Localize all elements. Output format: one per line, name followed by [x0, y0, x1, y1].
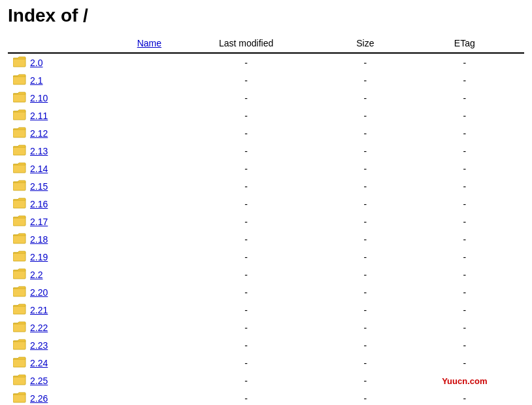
table-row: 2.16 ---: [8, 195, 524, 213]
svg-rect-21: [13, 235, 25, 243]
etag-cell: -: [405, 142, 524, 160]
modified-cell: -: [167, 213, 325, 230]
modified-cell: -: [167, 89, 325, 107]
modified-cell: -: [167, 336, 325, 354]
modified-cell: -: [167, 230, 325, 248]
folder-icon: [13, 179, 26, 193]
dir-link[interactable]: 2.19: [30, 252, 48, 262]
table-row: 2.17 ---: [8, 213, 524, 230]
size-cell: -: [325, 160, 405, 177]
folder-icon: [13, 356, 26, 370]
size-cell: -: [325, 230, 405, 248]
svg-rect-29: [13, 306, 25, 314]
size-cell: -: [325, 177, 405, 195]
svg-rect-19: [13, 217, 25, 226]
dir-link[interactable]: 2.25: [30, 376, 48, 386]
etag-cell: -: [405, 195, 524, 213]
folder-icon: [13, 73, 26, 87]
modified-cell: -: [167, 160, 325, 177]
size-cell: -: [325, 71, 405, 89]
etag-cell: -: [405, 389, 524, 405]
table-row: 2.19 ---: [8, 248, 524, 266]
dir-link[interactable]: 2.16: [30, 199, 48, 209]
table-row: 2.12 ---: [8, 124, 524, 142]
etag-cell: -: [405, 160, 524, 177]
dir-link[interactable]: 2.23: [30, 340, 48, 351]
etag-cell: -: [405, 354, 524, 372]
dir-link[interactable]: 2.17: [30, 217, 48, 227]
dir-link[interactable]: 2.15: [30, 181, 48, 192]
dir-link[interactable]: 2.21: [30, 305, 48, 315]
table-row: 2.10 ---: [8, 89, 524, 107]
dir-link[interactable]: 2.14: [30, 164, 48, 174]
svg-rect-9: [13, 129, 25, 137]
dir-link[interactable]: 2.11: [30, 111, 48, 121]
table-row: 2.26 ---: [8, 389, 524, 405]
modified-cell: -: [167, 124, 325, 142]
svg-rect-1: [13, 58, 25, 67]
table-row: 2.21 ---: [8, 301, 524, 319]
table-row: 2.0 ---: [8, 53, 524, 71]
folder-icon: [13, 232, 26, 246]
folder-icon: [13, 215, 26, 228]
modified-cell: -: [167, 266, 325, 283]
folder-icon: [13, 109, 26, 122]
size-cell: -: [325, 53, 405, 71]
folder-icon: [13, 321, 26, 334]
name-column-header[interactable]: Name: [137, 38, 161, 48]
etag-cell: -: [405, 283, 524, 301]
table-row: 2.14 ---: [8, 160, 524, 177]
table-row: 2.22 ---: [8, 319, 524, 336]
watermark: Yuucn.com: [442, 376, 487, 386]
folder-icon: [13, 162, 26, 175]
dir-link[interactable]: 2.26: [30, 393, 48, 404]
modified-cell: -: [167, 319, 325, 336]
table-row: 2.23 ---: [8, 336, 524, 354]
svg-rect-3: [13, 76, 25, 84]
dir-link[interactable]: 2.20: [30, 287, 48, 298]
size-cell: -: [325, 142, 405, 160]
etag-cell: -: [405, 230, 524, 248]
folder-icon: [13, 338, 26, 352]
folder-icon: [13, 303, 26, 317]
size-cell: -: [325, 107, 405, 124]
svg-rect-25: [13, 270, 25, 279]
dir-link[interactable]: 2.10: [30, 93, 48, 103]
svg-rect-23: [13, 253, 25, 261]
svg-rect-15: [13, 182, 25, 190]
table-row: 2.1 ---: [8, 71, 524, 89]
modified-cell: -: [167, 248, 325, 266]
etag-cell: -: [405, 319, 524, 336]
dir-link[interactable]: 2.24: [30, 358, 48, 368]
svg-rect-37: [13, 376, 25, 385]
folder-icon: [13, 197, 26, 211]
etag-cell: -: [405, 213, 524, 230]
dir-link[interactable]: 2.22: [30, 323, 48, 333]
modified-cell: -: [167, 195, 325, 213]
folder-icon: [13, 56, 26, 69]
svg-rect-35: [13, 359, 25, 367]
etag-cell: -: [405, 301, 524, 319]
etag-cell: -: [405, 53, 524, 71]
dir-link[interactable]: 2.0: [30, 58, 42, 68]
folder-icon: [13, 268, 26, 281]
table-row: 2.11 ---: [8, 107, 524, 124]
table-row: 2.15 ---: [8, 177, 524, 195]
folder-icon: [13, 391, 26, 405]
table-row: 2.18 ---: [8, 230, 524, 248]
modified-cell: -: [167, 177, 325, 195]
dir-link[interactable]: 2.12: [30, 128, 48, 139]
folder-icon: [13, 91, 26, 105]
dir-link[interactable]: 2.13: [30, 146, 48, 156]
modified-cell: -: [167, 53, 325, 71]
modified-cell: -: [167, 389, 325, 405]
svg-rect-39: [13, 394, 25, 402]
svg-rect-7: [13, 111, 25, 120]
dir-link[interactable]: 2.18: [30, 234, 48, 245]
dir-link[interactable]: 2.2: [30, 270, 42, 280]
size-cell: -: [325, 283, 405, 301]
size-column-header: Size: [325, 34, 405, 53]
dir-link[interactable]: 2.1: [30, 75, 42, 86]
folder-icon: [13, 374, 26, 387]
svg-rect-33: [13, 341, 25, 349]
